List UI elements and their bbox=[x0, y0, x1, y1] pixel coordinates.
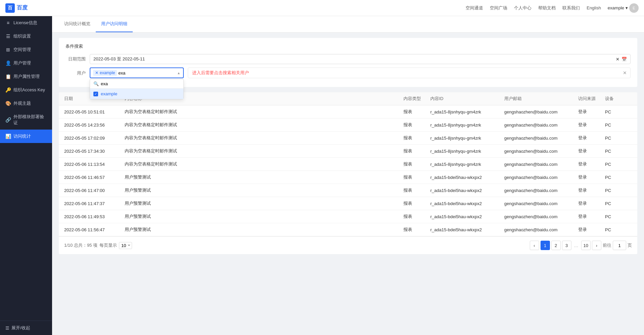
cell-name: 用户预警测试 bbox=[125, 227, 403, 233]
chevron-up-icon: ▲ bbox=[177, 71, 180, 75]
cell-date: 2022-05-06 11:49:53 bbox=[64, 214, 125, 219]
data-table: 日期 内容名称 内容类型 内容ID 用户邮箱 访问来源 设备 2022-05-0… bbox=[59, 92, 637, 254]
hint-close-icon[interactable]: ✕ bbox=[623, 70, 627, 76]
user-input-box[interactable]: ✕ example ▲ bbox=[90, 67, 184, 78]
cell-source: 登录 bbox=[578, 174, 605, 180]
sidebar-item-label: 空间管理 bbox=[13, 47, 31, 53]
sidebar-item-label: 外部模块部署验证 bbox=[13, 114, 47, 126]
cell-type: 报表 bbox=[403, 148, 430, 154]
page-btn-3[interactable]: 3 bbox=[562, 241, 571, 250]
prev-page-button[interactable]: ‹ bbox=[530, 241, 539, 250]
per-page-label: 每页显示 bbox=[99, 242, 117, 248]
cell-date: 2022-05-05 14:23:56 bbox=[64, 123, 125, 128]
cell-device: PC bbox=[605, 136, 632, 141]
table-row: 2022-05-06 11:47:37用户预警测试报表r_ada15-bdei5… bbox=[59, 197, 637, 210]
sidebar-item-label: 外观主题 bbox=[13, 100, 31, 106]
user-search-input[interactable] bbox=[118, 70, 180, 76]
goto-wrap: 前往 页 bbox=[603, 241, 632, 250]
page-btn-10[interactable]: 10 bbox=[581, 241, 591, 250]
nav-contact[interactable]: 联系我们 bbox=[562, 5, 580, 11]
nav-right: example ▾ E bbox=[608, 3, 639, 13]
tab-overview[interactable]: 访问统计概览 bbox=[59, 16, 96, 32]
sidebar-toggle[interactable]: ☰ 展开/收起 bbox=[0, 321, 52, 335]
cell-id: r_ada15-8jsnhyqu-gm4zrk bbox=[430, 109, 504, 114]
cell-name: 内容为空表格定时邮件测试 bbox=[125, 122, 403, 128]
next-page-button[interactable]: › bbox=[592, 241, 601, 250]
sidebar-item-appearance[interactable]: 🎨 外观主题 bbox=[0, 97, 52, 110]
cell-id: r_ada15-8jsnhyqu-gm4zrk bbox=[430, 123, 504, 128]
cell-name: 内容为空表格定时邮件测试 bbox=[125, 135, 403, 141]
sidebar-item-user-attr[interactable]: 📋 用户属性管理 bbox=[0, 70, 52, 83]
nav-help[interactable]: 帮助文档 bbox=[538, 5, 556, 11]
dropdown-search-input[interactable] bbox=[101, 81, 180, 86]
cell-source: 登录 bbox=[578, 148, 605, 154]
sidebar-item-label: License信息 bbox=[13, 20, 37, 26]
sidebar-item-license[interactable]: ≡ License信息 bbox=[0, 16, 52, 30]
col-id: 内容ID bbox=[430, 96, 504, 102]
page-btn-1[interactable]: 1 bbox=[541, 241, 550, 250]
main-content: 访问统计概览 用户访问明细 条件搜索 日期范围 2022-05-03 至 202… bbox=[52, 16, 644, 335]
tag-close-icon[interactable]: ✕ bbox=[95, 70, 98, 75]
tab-detail[interactable]: 用户访问明细 bbox=[96, 16, 133, 32]
cell-device: PC bbox=[605, 123, 632, 128]
cell-email: gengshaozhen@baidu.com bbox=[504, 227, 578, 232]
top-navigation: 百 百度 空间通道 空间广场 个人中心 帮助文档 联系我们 English ex… bbox=[0, 0, 644, 16]
search-icon: 🔍 bbox=[93, 81, 99, 86]
table-row: 2022-05-05 17:02:09内容为空表格定时邮件测试报表r_ada15… bbox=[59, 132, 637, 145]
sidebar-item-label: 用户属性管理 bbox=[13, 74, 40, 80]
table-row: 2022-05-05 14:23:56内容为空表格定时邮件测试报表r_ada15… bbox=[59, 118, 637, 132]
table-row: 2022-05-05 10:51:01内容为空表格定时邮件测试报表r_ada15… bbox=[59, 105, 637, 118]
sidebar-item-label: 组织设置 bbox=[13, 33, 31, 39]
cell-date: 2022-05-05 17:34:30 bbox=[64, 149, 125, 154]
col-source: 访问来源 bbox=[578, 96, 605, 102]
dropdown-item-example[interactable]: ✓ example bbox=[90, 89, 183, 99]
main-layout: ≡ License信息 ☰ 组织设置 ⊞ 空间管理 👤 用户管理 📋 用户属性管… bbox=[0, 16, 644, 335]
cell-date: 2022-05-05 10:51:01 bbox=[64, 109, 125, 114]
date-range-input[interactable]: 2022-05-03 至 2022-05-11 ✕ 📅 bbox=[90, 54, 631, 64]
nav-space-square[interactable]: 空间广场 bbox=[490, 5, 507, 11]
cell-name: 内容为空表格定时邮件测试 bbox=[125, 148, 403, 154]
clear-date-icon[interactable]: ✕ bbox=[616, 57, 619, 62]
table-row: 2022-05-06 11:47:00用户预警测试报表r_ada15-bdei5… bbox=[59, 184, 637, 197]
page-btn-2[interactable]: 2 bbox=[551, 241, 561, 250]
cell-name: 用户预警测试 bbox=[125, 174, 403, 180]
license-icon: ≡ bbox=[5, 20, 11, 26]
nav-user-label: example bbox=[608, 5, 624, 10]
col-device: 设备 bbox=[605, 96, 632, 102]
per-page-select[interactable]: 10 20 50 bbox=[119, 242, 132, 249]
cell-id: r_ada15-8jsnhyqu-gm4zrk bbox=[430, 162, 504, 167]
user-dropdown: 🔍 ✓ example bbox=[90, 79, 184, 99]
dropdown-item-label: example bbox=[101, 91, 117, 96]
sidebar-item-user-mgmt[interactable]: 👤 用户管理 bbox=[0, 56, 52, 70]
external-icon: 🔗 bbox=[5, 117, 11, 123]
cell-name: 内容为空表格定时邮件测试 bbox=[125, 109, 403, 115]
sidebar-item-org-access[interactable]: 🔑 组织Access Key bbox=[0, 83, 52, 97]
calendar-icon[interactable]: 📅 bbox=[621, 57, 627, 62]
cell-email: gengshaozhen@baidu.com bbox=[504, 201, 578, 206]
tab-bar: 访问统计概览 用户访问明细 bbox=[52, 16, 644, 33]
cell-type: 报表 bbox=[403, 213, 430, 220]
cell-date: 2022-05-06 11:46:57 bbox=[64, 175, 125, 180]
nav-user[interactable]: example ▾ E bbox=[608, 3, 639, 13]
sidebar: ≡ License信息 ☰ 组织设置 ⊞ 空间管理 👤 用户管理 📋 用户属性管… bbox=[0, 16, 52, 335]
cell-source: 登录 bbox=[578, 227, 605, 233]
cell-source: 登录 bbox=[578, 109, 605, 115]
date-label: 日期范围 bbox=[66, 54, 86, 62]
nav-language[interactable]: English bbox=[587, 5, 601, 10]
cell-device: PC bbox=[605, 149, 632, 154]
cell-device: PC bbox=[605, 188, 632, 193]
cell-type: 报表 bbox=[403, 161, 430, 167]
goto-input[interactable] bbox=[613, 241, 626, 250]
cell-type: 报表 bbox=[403, 200, 430, 206]
cell-email: gengshaozhen@baidu.com bbox=[504, 149, 578, 154]
nav-personal-center[interactable]: 个人中心 bbox=[514, 5, 531, 11]
page-unit: 页 bbox=[628, 242, 632, 248]
cell-name: 用户预警测试 bbox=[125, 213, 403, 220]
logo-text: 百度 bbox=[17, 4, 28, 11]
sidebar-item-external[interactable]: 🔗 外部模块部署验证 bbox=[0, 110, 52, 130]
sidebar-item-space-mgmt[interactable]: ⊞ 空间管理 bbox=[0, 43, 52, 56]
sidebar-item-org-settings[interactable]: ☰ 组织设置 bbox=[0, 30, 52, 43]
nav-space-channel[interactable]: 空间通道 bbox=[466, 5, 483, 11]
cell-name: 用户预警测试 bbox=[125, 187, 403, 193]
sidebar-item-visit-stats[interactable]: 📊 访问统计 bbox=[0, 130, 52, 143]
